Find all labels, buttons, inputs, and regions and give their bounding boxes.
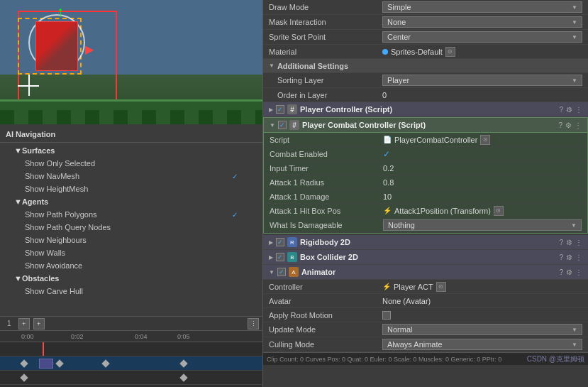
combat-enabled-row: Combat Enabled ✓ (264, 147, 587, 161)
script-value: 📄 PlayerCombatController ⊙ (383, 135, 582, 145)
attack-damage-value[interactable]: 10 (383, 192, 582, 201)
mask-interaction-dropdown[interactable]: None ▼ (382, 16, 582, 28)
material-go-btn[interactable]: ⊙ (445, 47, 455, 57)
show-avoidance-item[interactable]: Show Avoidance (0, 259, 262, 272)
sprite-sort-point-dropdown[interactable]: Center ▼ (382, 31, 582, 43)
boxcollider2d-actions: ? ⚙ ⋮ (559, 254, 582, 261)
controller-text: Player ACT (394, 283, 433, 291)
bottom-info-text: Clip Count: 0 Curves Pos: 0 Quat: 0 Eule… (267, 356, 501, 363)
mask-interaction-row: Mask Interaction None ▼ (263, 15, 588, 30)
show-path-query-nodes-item[interactable]: Show Path Query Nodes (0, 221, 262, 234)
update-mode-arrow: ▼ (572, 327, 577, 333)
show-neighbours-label: Show Neighbours (25, 236, 87, 244)
player-combat-title: Player Combat Controller (Script) (302, 121, 559, 129)
timeline-add-btn[interactable]: + (18, 318, 30, 329)
mask-interaction-value: None ▼ (382, 16, 582, 28)
rigidbody2d-actions: ? ⚙ ⋮ (559, 239, 582, 246)
timeline-ruler: 0:00 0:02 0:04 0:05 (0, 331, 262, 342)
player-controller-triangle: ▶ (269, 107, 273, 113)
player-combat-enabled[interactable]: ✓ (278, 121, 287, 129)
input-timer-value[interactable]: 0.2 (383, 164, 582, 173)
timeline-toolbar: 1 + + ⋮ (0, 317, 262, 331)
avatar-label: Avatar (269, 297, 382, 305)
keyframe-diamond-5 (20, 374, 28, 381)
rigidbody2d-menu[interactable]: ⋮ (575, 239, 582, 246)
avatar-value[interactable]: None (Avatar) (382, 297, 582, 305)
surfaces-triangle: ▼ (14, 146, 22, 155)
boxcollider2d-triangle: ▶ (269, 254, 273, 261)
draw-mode-dropdown[interactable]: Simple ▼ (382, 1, 582, 13)
player-controller-menu[interactable]: ⋮ (575, 106, 582, 114)
timeline-add2-btn[interactable]: + (33, 318, 45, 329)
show-heightmesh-item[interactable]: Show HeightMesh (0, 182, 262, 195)
player-combat-settings[interactable]: ⚙ (565, 121, 572, 129)
player-combat-help[interactable]: ? (558, 121, 562, 129)
material-label: Material (269, 48, 382, 56)
animator-actions: ? ⚙ ⋮ (559, 268, 582, 276)
player-combat-icon: # (289, 120, 299, 130)
culling-mode-dropdown[interactable]: Always Animate ▼ (382, 339, 582, 350)
damageable-label: What Is Damageable (270, 221, 383, 229)
controller-go-btn[interactable]: ⊙ (436, 282, 446, 292)
show-heightmesh-label: Show HeightMesh (25, 185, 88, 193)
animator-enabled[interactable]: ✓ (277, 268, 286, 276)
player-controller-help[interactable]: ? (559, 106, 563, 114)
attack-box-pos-row: Attack 1 Hit Box Pos ⚡ Attack1Position (… (264, 204, 587, 218)
show-walls-item[interactable]: Show Walls (0, 246, 262, 259)
order-in-layer-row: Order in Layer 0 (263, 88, 588, 102)
boxcollider2d-enabled[interactable]: ✓ (276, 253, 284, 261)
watermark: CSDN @克里姆顿 (527, 354, 584, 364)
attack-pos-go-btn[interactable]: ⊙ (494, 206, 504, 216)
attack-radius-value[interactable]: 0.8 (383, 178, 582, 187)
animator-help[interactable]: ? (559, 268, 563, 276)
boxcollider2d-settings[interactable]: ⚙ (566, 254, 572, 261)
show-neighbours-item[interactable]: Show Neighbours (0, 234, 262, 246)
script-text: PlayerCombatController (394, 136, 477, 144)
culling-mode-row: Culling Mode Always Animate ▼ (263, 337, 588, 352)
player-controller-enabled[interactable]: ✓ (276, 105, 284, 114)
rigidbody2d-help[interactable]: ? (559, 239, 563, 246)
combat-enabled-check[interactable]: ✓ (383, 149, 390, 159)
player-controller-settings[interactable]: ⚙ (566, 106, 572, 114)
sprite-sort-point-row: Sprite Sort Point Center ▼ (263, 30, 588, 45)
damageable-dropdown[interactable]: Nothing ▼ (383, 219, 582, 231)
animator-title: Animator (301, 268, 560, 276)
script-go-btn[interactable]: ⊙ (480, 135, 490, 145)
order-in-layer-value[interactable]: 0 (382, 91, 582, 99)
animator-menu[interactable]: ⋮ (575, 268, 582, 276)
bottom-info-bar: Clip Count: 0 Curves Pos: 0 Quat: 0 Eule… (263, 352, 588, 365)
agents-header[interactable]: ▼ Agents (0, 195, 262, 208)
boxcollider2d-menu[interactable]: ⋮ (575, 254, 582, 261)
update-mode-label: Update Mode (269, 325, 382, 334)
culling-mode-label: Culling Mode (269, 340, 382, 349)
animator-settings[interactable]: ⚙ (566, 268, 572, 276)
surfaces-header[interactable]: ▼ Surfaces (0, 144, 262, 157)
ai-navigation-panel: AI Navigation ▼ Surfaces Show Only Selec… (0, 124, 262, 316)
boxcollider2d-title: Box Collider 2D (300, 253, 559, 261)
rigidbody2d-triangle: ▶ (269, 239, 273, 246)
rigidbody2d-enabled[interactable]: ✓ (276, 238, 284, 246)
boxcollider2d-help[interactable]: ? (559, 254, 563, 261)
player-combat-triangle: ▼ (270, 122, 275, 129)
show-carve-hull-item[interactable]: Show Carve Hull (0, 285, 262, 298)
show-path-polygons-label: Show Path Polygons (25, 210, 97, 219)
rigidbody2d-settings[interactable]: ⚙ (566, 239, 572, 246)
timeline: 1 + + ⋮ 0:00 0:02 0:04 0:05 (0, 316, 262, 387)
show-path-polygons-item[interactable]: Show Path Polygons ✓ (0, 208, 262, 221)
show-navmesh-item[interactable]: Show NavMesh ✓ (0, 170, 262, 182)
player-combat-menu[interactable]: ⋮ (575, 121, 582, 129)
material-dot (382, 49, 388, 55)
sorting-layer-dropdown[interactable]: Player ▼ (382, 75, 582, 86)
show-only-selected-item[interactable]: Show Only Selected (0, 157, 262, 170)
additional-settings-row[interactable]: ▼ Additional Settings (263, 59, 588, 73)
ai-navigation-header: AI Navigation (0, 128, 262, 141)
timeline-menu-btn[interactable]: ⋮ (248, 318, 259, 329)
draw-mode-label: Draw Mode (269, 3, 382, 11)
obstacles-header[interactable]: ▼ Obstacles (0, 272, 262, 285)
ai-nav-title: AI Navigation (6, 130, 55, 138)
ruler-mark-2: 0:04 (135, 333, 148, 340)
apply-root-motion-checkbox[interactable] (382, 311, 391, 320)
sorting-layer-arrow: ▼ (572, 77, 577, 84)
keyframe-diamond-4 (179, 359, 187, 367)
update-mode-dropdown[interactable]: Normal ▼ (382, 324, 582, 335)
